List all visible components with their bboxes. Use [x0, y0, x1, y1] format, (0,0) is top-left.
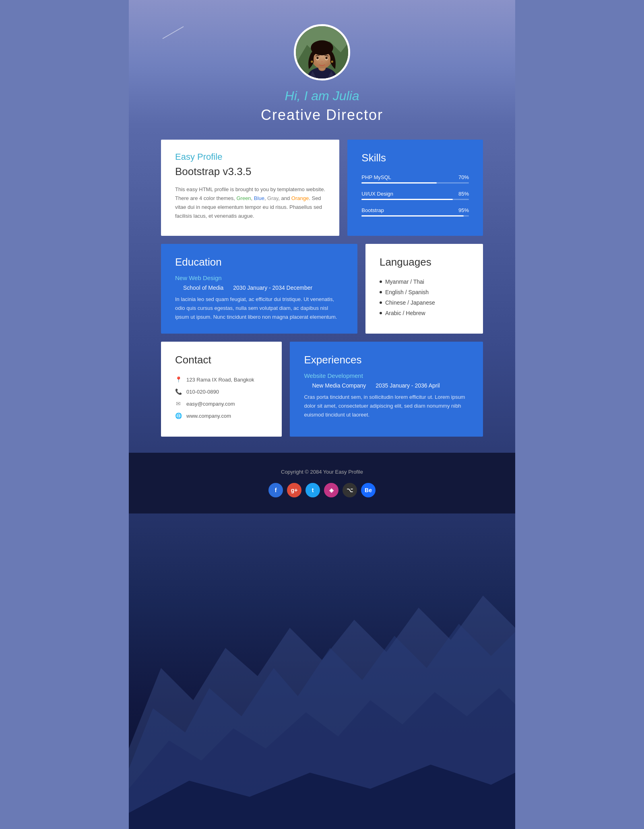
color-green: Green: [236, 195, 251, 201]
skill-pct-uiux: 85%: [458, 191, 469, 197]
bootstrap-version: Bootstrap v3.3.5: [175, 165, 325, 178]
education-subtitle: New Web Design: [175, 274, 343, 281]
education-title: Education: [175, 256, 343, 268]
website-value: www.company.com: [186, 413, 231, 419]
list-item: Chinese / Japanese: [380, 297, 469, 308]
email-value: easy@company.com: [186, 401, 235, 407]
footer: Copyright © 2084 Your Easy Profile f g+ …: [129, 453, 515, 513]
social-google[interactable]: g+: [287, 483, 301, 497]
education-card: Education New Web Design School of Media…: [161, 244, 357, 334]
skill-bar-bg-php: [361, 182, 469, 184]
social-facebook[interactable]: f: [268, 483, 283, 497]
list-item: Myanmar / Thai: [380, 276, 469, 287]
list-bullet: [380, 301, 382, 304]
phone-icon: 📞: [175, 388, 182, 395]
skill-php-mysql: PHP MySQL 70%: [361, 174, 469, 184]
skill-pct-php: 70%: [458, 174, 469, 180]
education-school: School of Media 2030 January - 2034 Dece…: [175, 285, 343, 291]
footer-copyright: Copyright © 2084 Your Easy Profile: [129, 469, 515, 475]
languages-card: Languages Myanmar / Thai English / Spani…: [365, 244, 483, 334]
social-github[interactable]: ⌥: [343, 483, 357, 497]
list-bullet: [380, 312, 382, 314]
languages-title: Languages: [380, 256, 469, 268]
social-instagram[interactable]: ◈: [324, 483, 339, 497]
profile-description: This easy HTML profile is brought to you…: [175, 185, 325, 221]
easy-profile-card: Easy Profile Bootstrap v3.3.5 This easy …: [161, 140, 339, 236]
skills-title: Skills: [361, 152, 469, 164]
list-bullet: [380, 291, 382, 293]
skill-bar-bg-uiux: [361, 199, 469, 200]
color-blue: Blue: [254, 195, 264, 201]
social-twitter[interactable]: t: [305, 483, 320, 497]
avatar: [294, 24, 350, 80]
svg-marker-2: [129, 688, 515, 829]
svg-point-16: [311, 60, 313, 63]
skill-name-php: PHP MySQL: [361, 174, 391, 180]
social-icons-row: f g+ t ◈ ⌥ Be: [129, 483, 515, 497]
location-icon: 📍: [175, 376, 182, 383]
education-description: In lacinia leo sed quam feugiat, ac effi…: [175, 295, 343, 322]
svg-point-13: [316, 57, 319, 60]
svg-marker-0: [129, 596, 515, 829]
svg-point-14: [325, 57, 328, 60]
skill-name-uiux: UI/UX Design: [361, 191, 393, 197]
skill-bar-fill-uiux: [361, 199, 453, 200]
skill-bar-fill-php: [361, 182, 437, 184]
experiences-company: New Media Company 2035 January - 2036 Ap…: [304, 382, 469, 389]
skills-card: Skills PHP MySQL 70% UI/UX Design 85%: [347, 140, 483, 236]
list-bullet: [380, 280, 382, 283]
skill-bootstrap: Bootstrap 95%: [361, 207, 469, 217]
skill-bar-fill-bootstrap: [361, 215, 463, 217]
svg-marker-1: [129, 624, 515, 829]
hero-title: Creative Director: [129, 107, 515, 124]
list-item: Arabic / Hebrew: [380, 308, 469, 318]
contact-website: 🌐 www.company.com: [175, 412, 268, 419]
easy-profile-label: Easy Profile: [175, 152, 325, 162]
color-gray: Gray: [267, 195, 278, 201]
svg-marker-3: [129, 765, 515, 829]
experiences-card: Experiences Website Development New Medi…: [290, 342, 483, 437]
svg-point-15: [321, 61, 323, 62]
svg-point-17: [331, 60, 333, 63]
experiences-description: Cras porta tincidunt sem, in sollicitudi…: [304, 393, 469, 419]
contact-email: ✉ easy@company.com: [175, 400, 268, 407]
contact-title: Contact: [175, 354, 268, 366]
skill-uiux: UI/UX Design 85%: [361, 191, 469, 200]
languages-list: Myanmar / Thai English / Spanish Chinese…: [380, 276, 469, 318]
email-icon: ✉: [175, 400, 182, 407]
language-myanmar: Myanmar / Thai: [385, 278, 424, 285]
experiences-title: Experiences: [304, 354, 469, 366]
contact-card: Contact 📍 123 Rama IX Road, Bangkok 📞 01…: [161, 342, 282, 437]
contact-address: 📍 123 Rama IX Road, Bangkok: [175, 376, 268, 383]
language-english: English / Spanish: [385, 289, 429, 295]
skill-name-bootstrap: Bootstrap: [361, 207, 384, 213]
language-arabic: Arabic / Hebrew: [385, 310, 425, 316]
header-section: Hi, I am Julia Creative Director: [129, 0, 515, 140]
globe-icon: 🌐: [175, 412, 182, 419]
hero-greeting: Hi, I am Julia: [129, 89, 515, 103]
social-behance[interactable]: Be: [361, 483, 376, 497]
skill-bar-bg-bootstrap: [361, 215, 469, 217]
experiences-subtitle: Website Development: [304, 372, 469, 379]
language-chinese: Chinese / Japanese: [385, 299, 435, 306]
contact-phone: 📞 010-020-0890: [175, 388, 268, 395]
skill-pct-bootstrap: 95%: [458, 207, 469, 213]
phone-value: 010-020-0890: [186, 389, 219, 395]
address-value: 123 Rama IX Road, Bangkok: [186, 377, 254, 383]
list-item: English / Spanish: [380, 287, 469, 297]
color-orange: Orange: [291, 195, 309, 201]
